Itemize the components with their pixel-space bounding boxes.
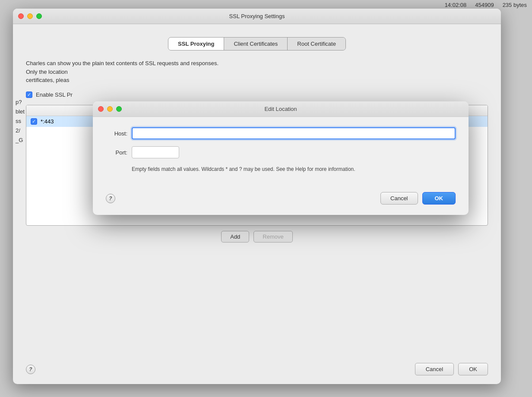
left-partial-text: p? blet ss 2/ _G — [13, 95, 25, 148]
hint-text: Empty fields match all values. Wildcards… — [106, 165, 456, 173]
dialog-close-button[interactable] — [98, 106, 104, 112]
minimize-button[interactable] — [27, 13, 33, 19]
main-ok-button[interactable]: OK — [458, 363, 488, 375]
main-window-footer: ? Cancel OK — [13, 363, 501, 375]
port-row: Port: — [106, 146, 456, 158]
main-cancel-button[interactable]: Cancel — [415, 363, 454, 375]
maximize-button[interactable] — [36, 13, 42, 19]
status-value1: 454909 — [475, 2, 494, 8]
dialog-help-button[interactable]: ? — [106, 194, 115, 203]
edit-location-dialog: Edit Location Host: Port: Empty fields m… — [93, 101, 469, 215]
add-button[interactable]: Add — [221, 231, 249, 243]
dialog-cancel-button[interactable]: Cancel — [380, 192, 418, 205]
dialog-content: Host: Port: Empty fields match all value… — [93, 117, 469, 192]
dialog-title: Edit Location — [264, 106, 297, 112]
footer-buttons: Cancel OK — [415, 363, 488, 375]
tabs: SSL Proxying Client Certificates Root Ce… — [168, 37, 346, 50]
window-titlebar: SSL Proxying Settings — [13, 9, 501, 24]
dialog-ok-button[interactable]: OK — [422, 192, 456, 205]
main-help-button[interactable]: ? — [26, 365, 35, 374]
dialog-maximize-button[interactable] — [116, 106, 122, 112]
status-time: 14:02:08 — [445, 2, 467, 8]
port-input[interactable] — [132, 146, 179, 158]
table-row-value: *:443 — [41, 118, 54, 125]
tab-client-certificates[interactable]: Client Certificates — [224, 38, 288, 50]
dialog-action-buttons: Cancel OK — [380, 192, 456, 205]
main-window: SSL Proxying Settings p? blet ss 2/ _G S… — [13, 9, 501, 384]
row-checkbox[interactable]: ✓ — [31, 118, 37, 125]
port-label: Port: — [106, 149, 127, 156]
tab-ssl-proxying[interactable]: SSL Proxying — [168, 38, 224, 50]
host-label: Host: — [106, 130, 127, 137]
tab-root-certificate[interactable]: Root Certificate — [288, 38, 345, 50]
dialog-titlebar: Edit Location — [93, 101, 469, 117]
status-value2: 235 bytes — [503, 2, 527, 8]
close-button[interactable] — [18, 13, 24, 19]
bottom-buttons: Add Remove — [26, 231, 488, 243]
remove-button[interactable]: Remove — [253, 231, 292, 243]
host-row: Host: — [106, 127, 456, 139]
window-title: SSL Proxying Settings — [229, 13, 285, 19]
enable-ssl-label: Enable SSL Pr — [36, 91, 73, 98]
description-text: Charles can show you the plain text cont… — [26, 59, 488, 85]
status-bar: 14:02:08 454909 235 bytes — [440, 0, 532, 10]
traffic-lights — [18, 13, 42, 19]
dialog-minimize-button[interactable] — [107, 106, 113, 112]
enable-ssl-row: ✓ Enable SSL Pr — [26, 91, 488, 98]
enable-ssl-checkbox[interactable]: ✓ — [26, 91, 32, 98]
host-input[interactable] — [132, 127, 456, 139]
dialog-footer: ? Cancel OK — [93, 192, 469, 215]
dialog-traffic-lights — [98, 106, 122, 112]
tabs-container: SSL Proxying Client Certificates Root Ce… — [26, 37, 488, 50]
